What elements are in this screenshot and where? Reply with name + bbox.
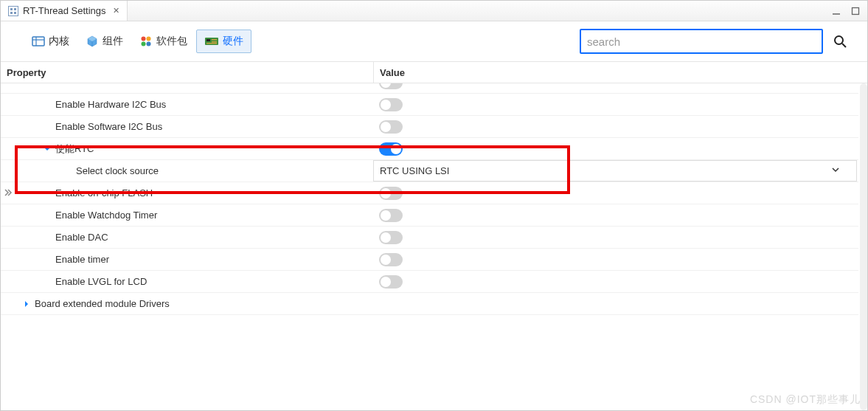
toggle-switch[interactable]	[379, 187, 403, 200]
table-body: Enable Hardware I2C BusEnable Software I…	[1, 83, 867, 410]
table-row[interactable]: Select clock sourceRTC USING LSI	[1, 160, 858, 182]
marker-spacer	[63, 166, 73, 176]
marker-spacer	[42, 188, 52, 198]
svg-rect-7	[32, 37, 44, 46]
nav-label: 软件包	[156, 35, 187, 48]
maximize-button[interactable]	[850, 6, 861, 16]
property-label: 使能RTC	[55, 142, 94, 156]
title-bar: RT-Thread Settings ✕	[1, 1, 867, 21]
header-property: Property	[1, 67, 373, 78]
svg-point-11	[147, 37, 151, 41]
close-icon[interactable]: ✕	[113, 6, 119, 15]
svg-rect-1	[10, 8, 13, 10]
expand-handle[interactable]	[1, 186, 15, 199]
svg-point-13	[147, 42, 151, 46]
property-label: Board extended module Drivers	[35, 298, 170, 309]
svg-line-20	[842, 44, 846, 47]
svg-rect-6	[853, 7, 859, 14]
marker-spacer	[42, 277, 52, 287]
table-row[interactable]: Board extended module Drivers	[1, 293, 858, 315]
nav-label: 硬件	[223, 35, 243, 48]
svg-rect-18	[206, 43, 217, 44]
table-row-peek	[1, 83, 858, 94]
property-label: Enable Software I2C Bus	[55, 121, 162, 132]
property-label: Enable timer	[55, 254, 109, 265]
table-row[interactable]: Enable Hardware I2C Bus	[1, 94, 858, 116]
table-header: Property Value	[1, 61, 867, 83]
toggle-switch[interactable]	[379, 142, 403, 156]
svg-point-10	[142, 37, 146, 41]
marker-spacer	[42, 122, 52, 132]
search-input[interactable]	[587, 35, 816, 48]
property-label: Enable on-chip FLASH	[55, 187, 153, 198]
property-label: Enable Watchdog Timer	[55, 210, 157, 221]
property-label: Enable Hardware I2C Bus	[55, 99, 166, 110]
nav-icon	[86, 35, 99, 48]
nav-icon	[32, 35, 45, 47]
dropdown-select[interactable]: RTC USING LSI	[373, 160, 857, 182]
svg-rect-2	[14, 8, 16, 10]
window-buttons	[830, 6, 867, 16]
nav-tab[interactable]: 软件包	[132, 30, 195, 53]
header-value: Value	[373, 62, 867, 83]
svg-rect-17	[212, 41, 217, 43]
svg-rect-4	[14, 12, 16, 14]
table-row[interactable]: 使能RTC	[1, 138, 858, 160]
marker-spacer	[42, 210, 52, 221]
search-icon	[833, 34, 847, 49]
editor-tab[interactable]: RT-Thread Settings ✕	[1, 1, 128, 21]
nav-icon	[204, 36, 219, 46]
tab-title: RT-Thread Settings	[23, 5, 105, 16]
table-row[interactable]: Enable LVGL for LCD	[1, 271, 858, 293]
property-label: Enable DAC	[55, 232, 108, 243]
marker-spacer	[42, 100, 52, 110]
chevron-right-icon[interactable]	[21, 299, 32, 309]
toolbar: 内核组件软件包硬件	[1, 21, 867, 61]
toggle-switch[interactable]	[379, 231, 403, 244]
watermark: CSDN @IOT那些事儿	[750, 393, 861, 407]
property-label: Enable LVGL for LCD	[55, 276, 147, 287]
toggle-switch[interactable]	[379, 253, 403, 266]
nav-tab[interactable]: 组件	[78, 30, 131, 53]
svg-rect-0	[9, 6, 18, 15]
nav-label: 内核	[49, 35, 69, 48]
toggle-switch[interactable]	[379, 120, 403, 134]
settings-window: RT-Thread Settings ✕ 内核组件软件包硬件 Property …	[0, 0, 868, 411]
minimize-button[interactable]	[830, 6, 842, 16]
chevron-down-icon[interactable]	[42, 144, 52, 154]
search-button[interactable]	[827, 29, 853, 54]
chevron-right-double-icon	[3, 187, 13, 198]
table-row[interactable]: Enable DAC	[1, 227, 858, 249]
table-row[interactable]: Enable Software I2C Bus	[1, 116, 858, 138]
search-box[interactable]	[580, 29, 823, 54]
marker-spacer	[42, 255, 52, 265]
nav-icon	[139, 35, 153, 48]
vertical-scrollbar[interactable]	[860, 83, 867, 410]
svg-rect-3	[10, 12, 13, 14]
svg-rect-15	[206, 39, 210, 41]
nav-tab[interactable]: 硬件	[196, 30, 251, 53]
table-row[interactable]: Enable timer	[1, 249, 858, 271]
svg-rect-16	[212, 39, 217, 41]
nav-label: 组件	[103, 35, 123, 48]
nav-tab[interactable]: 内核	[24, 30, 77, 53]
toggle-switch[interactable]	[379, 275, 403, 289]
dropdown-value: RTC USING LSI	[380, 165, 449, 176]
tab-logo-icon	[8, 6, 18, 16]
toggle-switch[interactable]	[379, 209, 403, 222]
svg-point-12	[142, 42, 146, 46]
svg-point-19	[835, 36, 843, 44]
marker-spacer	[42, 232, 52, 243]
table-row[interactable]: Enable Watchdog Timer	[1, 204, 858, 227]
toggle-switch[interactable]	[379, 98, 403, 111]
table-row[interactable]: Enable on-chip FLASH	[1, 182, 858, 204]
property-label: Select clock source	[76, 165, 159, 176]
toggle-switch[interactable]	[379, 83, 403, 89]
